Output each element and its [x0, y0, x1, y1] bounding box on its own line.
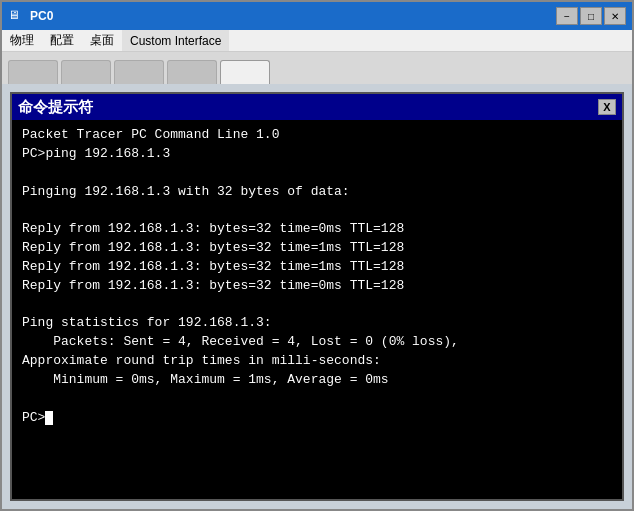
- maximize-button[interactable]: □: [580, 7, 602, 25]
- close-button[interactable]: ✕: [604, 7, 626, 25]
- tab-bar: [2, 52, 632, 84]
- tab-5[interactable]: [220, 60, 270, 84]
- tab-1[interactable]: [8, 60, 58, 84]
- menu-bar: 物理 配置 桌面 Custom Interface: [2, 30, 632, 52]
- cmd-title-text: 命令提示符: [18, 98, 93, 117]
- cmd-title-bar: 命令提示符 X: [12, 94, 622, 120]
- menu-item-config[interactable]: 配置: [42, 30, 82, 51]
- menu-item-desktop[interactable]: 桌面: [82, 30, 122, 51]
- title-bar-controls: − □ ✕: [556, 7, 626, 25]
- window-icon: 🖥: [8, 8, 24, 24]
- cmd-content-area[interactable]: Packet Tracer PC Command Line 1.0 PC>pin…: [12, 120, 622, 499]
- main-content: 命令提示符 X Packet Tracer PC Command Line 1.…: [2, 84, 632, 509]
- tab-2[interactable]: [61, 60, 111, 84]
- title-bar-left: 🖥 PC0: [8, 8, 53, 24]
- cursor-blink: [45, 411, 53, 425]
- cmd-close-button[interactable]: X: [598, 99, 616, 115]
- tab-3[interactable]: [114, 60, 164, 84]
- title-bar: 🖥 PC0 − □ ✕: [2, 2, 632, 30]
- menu-item-custom-interface[interactable]: Custom Interface: [122, 30, 229, 51]
- minimize-button[interactable]: −: [556, 7, 578, 25]
- main-window: 🖥 PC0 − □ ✕ 物理 配置 桌面 Custom Interface: [0, 0, 634, 511]
- tab-4[interactable]: [167, 60, 217, 84]
- menu-item-physical[interactable]: 物理: [2, 30, 42, 51]
- cmd-window: 命令提示符 X Packet Tracer PC Command Line 1.…: [10, 92, 624, 501]
- window-title: PC0: [30, 9, 53, 23]
